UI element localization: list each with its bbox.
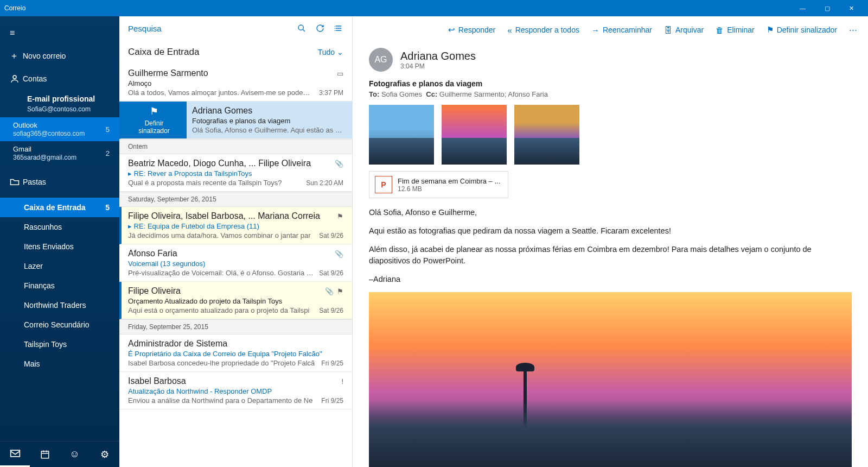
sent-time: 3:04 PM <box>400 62 476 70</box>
sender-name: Adriana Gomes <box>400 50 476 62</box>
flag-icon: ⚑ <box>337 212 343 220</box>
folder-tailspin[interactable]: Tailspin Toys <box>0 335 119 354</box>
body-paragraph: Olá Sofia, Afonso e Guilherme, <box>369 207 852 219</box>
profile-title: E-mail profissional <box>0 90 119 104</box>
folder-inbox[interactable]: Caixa de Entrada 5 <box>0 198 119 217</box>
accounts-label: Contas <box>23 74 110 83</box>
archive-icon: 🗄 <box>664 26 672 35</box>
chevron-down-icon: ⌄ <box>337 48 343 56</box>
svg-point-3 <box>298 25 303 30</box>
reply-icon: ↩ <box>448 25 455 35</box>
forward-button[interactable]: →Reencaminhar <box>591 26 652 35</box>
filter-dropdown[interactable]: Tudo ⌄ <box>318 48 343 56</box>
person-icon <box>10 74 23 84</box>
new-mail-button[interactable]: ＋ Novo correio <box>0 45 119 67</box>
message-item[interactable]: Afonso Faria 📎 Voicemail (13 segundos) P… <box>119 244 352 282</box>
image-thumbnail[interactable] <box>442 105 507 165</box>
message-item[interactable]: Administrador de Sistema É Proprietário … <box>119 335 352 372</box>
folder-secondary[interactable]: Correio Secundário <box>0 315 119 335</box>
account-badge: 5 <box>106 125 110 134</box>
account-name: Gmail <box>13 145 106 154</box>
plus-icon: ＋ <box>10 51 23 62</box>
minimize-button[interactable]: — <box>790 0 815 16</box>
account-email: 365sarad@gmail.com <box>13 154 106 161</box>
search-icon[interactable] <box>292 19 311 37</box>
svg-rect-1 <box>10 450 20 457</box>
feedback-nav-button[interactable]: ☺ <box>60 441 90 467</box>
mail-nav-button[interactable] <box>0 441 30 467</box>
message-item[interactable]: Filipe Oliveira, Isabel Barbosa, ... Mar… <box>119 207 352 244</box>
reading-pane: ↩Responder «Responder a todos →Reencamin… <box>353 16 868 467</box>
message-list: Caixa de Entrada Tudo ⌄ Guilherme Sarmen… <box>119 16 353 467</box>
message-item[interactable]: Isabel Barbosa ! Atualização da Northwin… <box>119 372 352 409</box>
account-email: sofiag365@contoso.com <box>13 130 106 137</box>
message-item[interactable]: Filipe Oliveira 📎 ⚑ Orçamento Atualizado… <box>119 282 352 319</box>
trash-icon: 🗑 <box>716 26 724 35</box>
hamburger-icon: ≡ <box>10 28 23 38</box>
attachment-item[interactable]: P Fim de semana em Coimbra – ... 12.6 MB <box>369 171 508 198</box>
sidebar: ≡ ＋ Novo correio Contas E-mail profissio… <box>0 16 119 467</box>
folder-financas[interactable]: Finanças <box>0 276 119 295</box>
folders-label: Pastas <box>23 178 110 186</box>
delete-button[interactable]: 🗑Eliminar <box>716 26 755 35</box>
group-header: Friday, September 25, 2015 <box>119 319 352 335</box>
group-header: Ontem <box>119 139 352 154</box>
folder-badge: 5 <box>105 203 110 212</box>
sync-icon[interactable] <box>311 19 329 37</box>
powerpoint-icon: P <box>375 176 392 193</box>
inline-image <box>369 292 852 467</box>
reply-all-icon: « <box>507 26 512 35</box>
image-thumbnail[interactable] <box>514 105 579 165</box>
image-thumbnail[interactable] <box>369 105 434 165</box>
account-badge: 2 <box>106 149 110 157</box>
more-actions-button[interactable]: ⋯ <box>849 25 857 35</box>
accounts-button[interactable]: Contas <box>0 67 119 90</box>
message-item[interactable]: Beatriz Macedo, Diogo Cunha, ... Filipe … <box>119 154 352 192</box>
folder-more[interactable]: Mais <box>0 354 119 374</box>
archive-button[interactable]: 🗄Arquivar <box>664 26 704 35</box>
select-icon[interactable] <box>329 19 348 37</box>
attachment-icon: 📎 <box>325 287 334 295</box>
folder-title: Caixa de Entrada <box>128 47 318 58</box>
account-name: Outlook <box>13 121 106 130</box>
image-thumbnails <box>369 105 852 165</box>
folders-button[interactable]: Pastas <box>0 171 119 193</box>
reply-all-button[interactable]: «Responder a todos <box>507 26 579 35</box>
sidebar-account-outlook[interactable]: Outlook sofiag365@contoso.com 5 <box>0 117 119 141</box>
message-item[interactable]: Guilherme Sarmento ▭ Almoço Olá a todos,… <box>119 64 352 102</box>
close-button[interactable]: ✕ <box>839 0 864 16</box>
flag-icon: ⚑ <box>337 287 343 295</box>
message-item-selected[interactable]: ⚑ Definir sinalizador Adriana Gomes Foto… <box>119 102 352 139</box>
folder-northwind[interactable]: Northwind Traders <box>0 295 119 315</box>
maximize-button[interactable]: ▢ <box>815 0 839 16</box>
flag-button[interactable]: ⚑Definir sinalizador <box>767 25 837 35</box>
attachment-size: 12.6 MB <box>398 185 500 193</box>
settings-nav-button[interactable]: ⚙ <box>90 441 119 467</box>
group-header: Saturday, September 26, 2015 <box>119 192 352 207</box>
calendar-nav-button[interactable] <box>30 441 60 467</box>
folder-sent[interactable]: Itens Enviados <box>0 237 119 256</box>
search-input[interactable] <box>128 24 292 33</box>
attachment-name: Fim de semana em Coimbra – ... <box>398 177 500 185</box>
message-subject: Fotografias e planos da viagem <box>369 79 852 88</box>
folder-lazer[interactable]: Lazer <box>0 256 119 276</box>
sidebar-account-gmail[interactable]: Gmail 365sarad@gmail.com 2 <box>0 141 119 165</box>
titlebar: Correio — ▢ ✕ <box>0 0 868 16</box>
body-paragraph: Além disso, já acabei de planear as noss… <box>369 244 852 268</box>
action-bar: ↩Responder «Responder a todos →Reencamin… <box>353 16 868 43</box>
calendar-icon: ▭ <box>337 70 343 78</box>
attachment-icon: 📎 <box>335 250 343 258</box>
flag-icon: ⚑ <box>150 105 158 117</box>
svg-point-0 <box>13 75 16 79</box>
ellipsis-icon: ⋯ <box>849 25 857 35</box>
folder-icon <box>10 178 23 186</box>
flag-action-panel[interactable]: ⚑ Definir sinalizador <box>122 102 187 138</box>
folder-drafts[interactable]: Rascunhos <box>0 217 119 237</box>
sidebar-bottom-nav: ☺ ⚙ <box>0 441 119 467</box>
body-signature: –Adriana <box>369 274 852 286</box>
reply-button[interactable]: ↩Responder <box>448 25 496 35</box>
recipients: To: Sofia Gomes Cc: Guilherme Sarmento; … <box>369 90 852 98</box>
hamburger-button[interactable]: ≡ <box>0 22 119 45</box>
attachment-icon: 📎 <box>335 160 343 168</box>
important-icon: ! <box>341 377 343 386</box>
